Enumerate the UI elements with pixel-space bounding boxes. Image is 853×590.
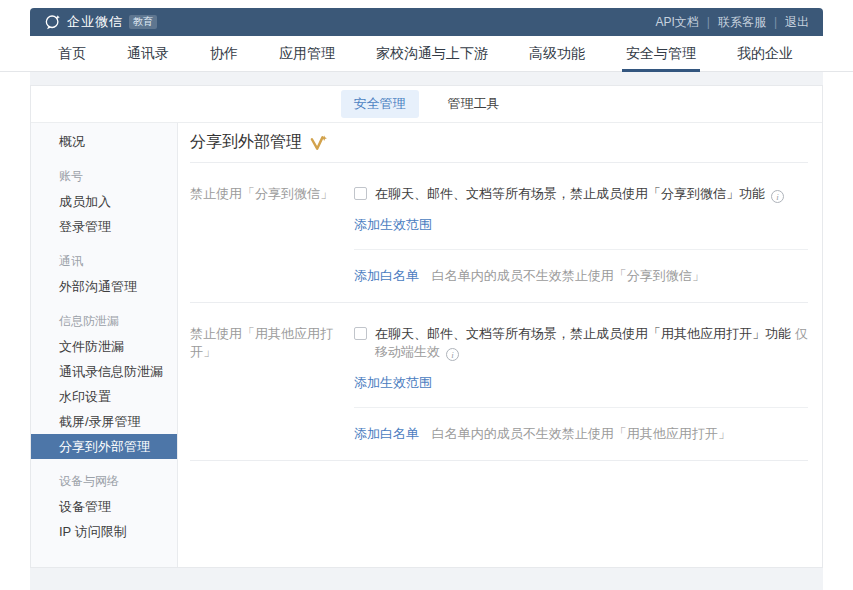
nav-app-management[interactable]: 应用管理 xyxy=(277,36,337,72)
forbid-share-to-wechat-checkbox[interactable] xyxy=(354,187,367,200)
tab-security-management[interactable]: 安全管理 xyxy=(341,90,419,118)
whitelist-line: 添加白名单 白名单内的成员不生效禁止使用「分享到微信」 xyxy=(354,250,808,302)
logout-link[interactable]: 退出 xyxy=(785,14,809,31)
checkbox-line: 在聊天、邮件、文档等所有场景，禁止成员使用「分享到微信」功能i xyxy=(354,163,808,203)
setting-body: 在聊天、邮件、文档等所有场景，禁止成员使用「用其他应用打开」功能仅移动端生效i … xyxy=(354,303,808,460)
scope-line: 添加生效范围 xyxy=(354,374,808,392)
nav-advanced-features[interactable]: 高级功能 xyxy=(527,36,587,72)
info-icon[interactable]: i xyxy=(771,190,784,203)
edition-badge: 教育 xyxy=(129,15,157,29)
setting-label: 禁止使用「分享到微信」 xyxy=(190,163,354,302)
api-docs-link[interactable]: API文档 xyxy=(655,14,698,31)
contact-support-link[interactable]: 联系客服 xyxy=(718,14,766,31)
add-scope-link[interactable]: 添加生效范围 xyxy=(354,375,432,390)
tab-management-tools[interactable]: 管理工具 xyxy=(435,90,513,118)
sidebar-item-file-leak-prevention[interactable]: 文件防泄漏 xyxy=(31,334,177,359)
whitelist-line: 添加白名单 白名单内的成员不生效禁止使用「用其他应用打开」 xyxy=(354,408,808,460)
sidebar-section-communication: 通讯 xyxy=(31,249,177,274)
sidebar-item-device-management[interactable]: 设备管理 xyxy=(31,494,177,519)
main-pane: 分享到外部管理 禁止使用「分享到微信」 在聊天、邮件、文档等所有场景，禁止成员使… xyxy=(178,123,822,568)
setting-row-share-to-wechat: 禁止使用「分享到微信」 在聊天、邮件、文档等所有场景，禁止成员使用「分享到微信」… xyxy=(190,163,808,303)
secondary-tabs: 安全管理 管理工具 xyxy=(31,86,822,123)
sidebar-item-screenshot-management[interactable]: 截屏/录屏管理 xyxy=(31,409,177,434)
settings-sidebar: 概况 账号 成员加入 登录管理 通讯 外部沟通管理 信息防泄漏 文件防泄漏 通讯… xyxy=(31,123,178,568)
primary-nav: 首页 通讯录 协作 应用管理 家校沟通与上下游 高级功能 安全与管理 我的企业 xyxy=(0,36,853,72)
top-app-bar: 企业微信 教育 API文档 | 联系客服 | 退出 xyxy=(30,8,823,36)
add-whitelist-link[interactable]: 添加白名单 xyxy=(354,268,419,283)
content-panel: 安全管理 管理工具 概况 账号 成员加入 登录管理 通讯 外部沟通管理 信息防泄… xyxy=(30,85,823,568)
whitelist-description: 白名单内的成员不生效禁止使用「分享到微信」 xyxy=(432,268,705,283)
nav-home[interactable]: 首页 xyxy=(56,36,88,72)
nav-my-company[interactable]: 我的企业 xyxy=(735,36,795,72)
content-background: 安全管理 管理工具 概况 账号 成员加入 登录管理 通讯 外部沟通管理 信息防泄… xyxy=(30,72,823,590)
setting-label: 禁止使用「用其他应用打开」 xyxy=(190,303,354,460)
app-logo: 企业微信 教育 xyxy=(44,13,157,31)
sidebar-section-device-network: 设备与网络 xyxy=(31,469,177,494)
sidebar-item-watermark-settings[interactable]: 水印设置 xyxy=(31,384,177,409)
topbar-links: API文档 | 联系客服 | 退出 xyxy=(655,14,809,31)
whitelist-description: 白名单内的成员不生效禁止使用「用其他应用打开」 xyxy=(432,426,731,441)
page-title-row: 分享到外部管理 xyxy=(190,123,808,163)
checkbox-label: 在聊天、邮件、文档等所有场景，禁止成员使用「分享到微信」功能i xyxy=(375,185,784,203)
scope-line: 添加生效范围 xyxy=(354,216,808,234)
sidebar-item-member-join[interactable]: 成员加入 xyxy=(31,189,177,214)
app-title: 企业微信 xyxy=(67,13,123,31)
separator: | xyxy=(707,15,710,29)
sidebar-item-login-management[interactable]: 登录管理 xyxy=(31,214,177,239)
nav-security-management[interactable]: 安全与管理 xyxy=(624,36,698,72)
setting-body: 在聊天、邮件、文档等所有场景，禁止成员使用「分享到微信」功能i 添加生效范围 添… xyxy=(354,163,808,302)
premium-v-icon xyxy=(309,135,328,152)
sidebar-item-ip-access-restriction[interactable]: IP 访问限制 xyxy=(31,519,177,544)
setting-row-open-with-other-app: 禁止使用「用其他应用打开」 在聊天、邮件、文档等所有场景，禁止成员使用「用其他应… xyxy=(190,303,808,461)
checkbox-label: 在聊天、邮件、文档等所有场景，禁止成员使用「用其他应用打开」功能仅移动端生效i xyxy=(375,325,808,361)
page-title: 分享到外部管理 xyxy=(190,132,302,153)
forbid-open-with-other-app-checkbox[interactable] xyxy=(354,327,367,340)
sidebar-item-contacts-leak-prevention[interactable]: 通讯录信息防泄漏 xyxy=(31,359,177,384)
separator: | xyxy=(774,15,777,29)
wework-bubble-icon xyxy=(44,14,61,31)
info-icon[interactable]: i xyxy=(446,348,459,361)
sidebar-item-overview[interactable]: 概况 xyxy=(31,129,177,154)
nav-contacts[interactable]: 通讯录 xyxy=(125,36,171,72)
nav-school-communication[interactable]: 家校沟通与上下游 xyxy=(374,36,490,72)
sidebar-section-account: 账号 xyxy=(31,164,177,189)
sidebar-section-info-leak-prevention: 信息防泄漏 xyxy=(31,309,177,334)
panel-body: 概况 账号 成员加入 登录管理 通讯 外部沟通管理 信息防泄漏 文件防泄漏 通讯… xyxy=(31,123,822,568)
checkbox-line: 在聊天、邮件、文档等所有场景，禁止成员使用「用其他应用打开」功能仅移动端生效i xyxy=(354,303,808,361)
nav-collaboration[interactable]: 协作 xyxy=(208,36,240,72)
add-scope-link[interactable]: 添加生效范围 xyxy=(354,217,432,232)
sidebar-item-external-communication[interactable]: 外部沟通管理 xyxy=(31,274,177,299)
add-whitelist-link[interactable]: 添加白名单 xyxy=(354,426,419,441)
sidebar-item-share-external-management[interactable]: 分享到外部管理 xyxy=(31,434,177,459)
